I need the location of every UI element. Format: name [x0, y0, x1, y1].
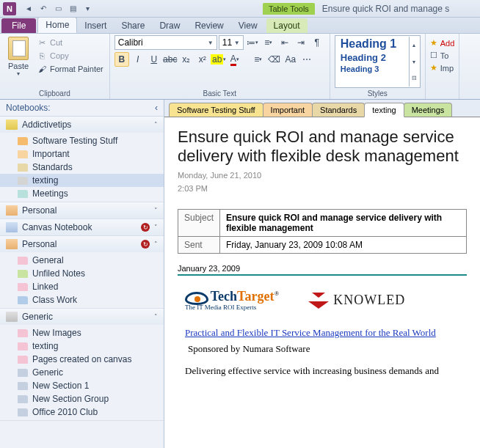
gallery-down-icon[interactable]: ▾ [410, 54, 419, 70]
paste-button[interactable]: Paste ▾ [4, 35, 32, 88]
indent-button[interactable]: ⇥ [294, 35, 308, 50]
section-item[interactable]: Class Work [0, 293, 164, 306]
underline-button[interactable]: U [147, 52, 161, 67]
tab-layout[interactable]: Layout [266, 18, 308, 33]
style-heading3[interactable]: Heading 3 [336, 64, 409, 74]
app-icon[interactable]: N [3, 2, 16, 15]
table-row: Sent Friday, January 23, 2009 10:08 AM [178, 236, 467, 253]
clear-formatting-button[interactable]: ⌫ [267, 52, 282, 67]
styles-apply-button[interactable]: Aa [283, 52, 298, 67]
qat-print-icon[interactable]: ▤ [66, 2, 79, 15]
section-tab[interactable]: texting [364, 103, 404, 117]
article-link[interactable]: Practical and Flexible IT Service Manage… [185, 327, 436, 338]
cut-button[interactable]: ✂Cut [35, 37, 105, 48]
gallery-more-icon[interactable]: ⊟ [410, 70, 419, 87]
page-title[interactable]: Ensure quick ROI and manage service deli… [178, 128, 467, 166]
section-name: Meetings [32, 188, 68, 199]
strikethrough-button[interactable]: abc [163, 52, 178, 67]
section-tab-icon [18, 150, 28, 158]
sponsor-line: Sponsored by Numara Software [188, 343, 459, 355]
more-formatting-button[interactable]: ⋯ [299, 52, 314, 67]
ribbon: Paste ▾ ✂Cut ⎘Copy 🖌Format Painter Clipb… [0, 34, 480, 100]
styles-gallery[interactable]: Heading 1 Heading 2 Heading 3 ▴ ▾ ⊟ [335, 35, 421, 88]
section-item[interactable]: Linked [0, 280, 164, 293]
section-item[interactable]: Software Testing Stuff [0, 134, 164, 147]
body-text: Delivering effective service with increa… [185, 365, 459, 378]
numbering-button[interactable]: ≡▾ [261, 35, 276, 50]
outdent-button[interactable]: ⇤ [277, 35, 292, 50]
section-item[interactable]: Unfiled Notes [0, 267, 164, 280]
gallery-up-icon[interactable]: ▴ [410, 37, 419, 54]
notebook-title: Personal [22, 239, 137, 249]
section-item[interactable]: General [0, 254, 164, 267]
notebook-header[interactable]: Personal˅ [0, 202, 164, 219]
italic-button[interactable]: I [131, 52, 145, 67]
notebook-header[interactable]: Personal↻˄ [0, 236, 164, 252]
section-item[interactable]: Meetings [0, 187, 164, 200]
notebook-header[interactable]: Canvas Notebook↻˅ [0, 219, 164, 235]
group-label-styles: Styles [335, 88, 421, 99]
font-color-button[interactable]: A▾ [228, 52, 242, 67]
tab-share[interactable]: Share [114, 18, 152, 33]
chevron-up-icon: ˄ [154, 240, 158, 248]
section-item[interactable]: Pages created on canvas [0, 353, 164, 366]
section-tab[interactable]: Important [263, 103, 313, 117]
copy-button[interactable]: ⎘Copy [35, 50, 105, 62]
section-item[interactable]: texting [0, 339, 164, 353]
collapse-panel-icon[interactable]: ‹ [155, 103, 158, 113]
section-tab[interactable]: Software Testing Stuff [169, 103, 263, 117]
bullets-button[interactable]: ≔▾ [245, 35, 260, 50]
notebook-header[interactable]: Generic˄ [0, 309, 164, 325]
paragraph-spacing-button[interactable]: ¶ [310, 35, 324, 50]
table-row: Subject Ensure quick ROI and manage serv… [178, 209, 467, 236]
group-label-clipboard: Clipboard [4, 88, 105, 99]
section-item[interactable]: New Images [0, 326, 164, 339]
add-tag-button[interactable]: ★Add [429, 37, 457, 49]
tab-home[interactable]: Home [37, 17, 77, 33]
section-name: Unfiled Notes [32, 268, 85, 279]
qat-dock-icon[interactable]: ▭ [51, 2, 65, 15]
tab-insert[interactable]: Insert [77, 18, 114, 33]
todo-tag-button[interactable]: ☐To [429, 49, 457, 62]
section-item[interactable]: Standards [0, 161, 164, 174]
page-canvas[interactable]: Ensure quick ROI and manage service deli… [164, 117, 480, 448]
tab-view[interactable]: View [231, 18, 265, 33]
brush-icon: 🖌 [37, 64, 47, 74]
notebook-title: Generic [22, 312, 150, 322]
format-painter-button[interactable]: 🖌Format Painter [35, 63, 105, 75]
qat-more-icon[interactable]: ▾ [81, 2, 94, 15]
qat-undo-icon[interactable]: ↶ [37, 2, 50, 15]
section-item[interactable]: New Section Group [0, 392, 164, 405]
subject-value: Ensure quick ROI and manage service deli… [220, 209, 467, 236]
superscript-button[interactable]: x² [195, 52, 210, 67]
chevron-up-icon: ˄ [154, 313, 158, 320]
tab-review[interactable]: Review [187, 18, 230, 33]
chevron-down-icon: ˅ [154, 224, 158, 231]
tab-draw[interactable]: Draw [152, 18, 187, 33]
chevron-down-icon: ˅ [154, 207, 158, 214]
section-item[interactable]: New Section 1 [0, 379, 164, 392]
bold-button[interactable]: B [114, 52, 129, 67]
section-item[interactable]: Important [0, 147, 164, 161]
section-item[interactable]: texting [0, 174, 164, 187]
notebooks-header[interactable]: Notebooks: ‹ [0, 100, 164, 117]
section-item[interactable]: Office 2010 Club [0, 405, 164, 419]
section-item[interactable]: Generic [0, 366, 164, 379]
notebook-header[interactable]: Addictivetips˄ [0, 117, 164, 133]
font-name-combo[interactable]: Calibri▼ [114, 35, 217, 50]
qat-back-icon[interactable]: ◄ [22, 2, 35, 15]
section-name: Office 2010 Club [32, 407, 98, 417]
style-heading2[interactable]: Heading 2 [336, 51, 409, 64]
subscript-button[interactable]: x₂ [179, 52, 194, 67]
style-heading1[interactable]: Heading 1 [336, 37, 409, 51]
highlight-button[interactable]: ab▾ [211, 52, 226, 67]
file-tab[interactable]: File [1, 18, 36, 33]
section-tab[interactable]: Standards [312, 103, 365, 117]
align-group-button[interactable]: ≡▾ [251, 52, 266, 67]
section-name: Pages created on canvas [32, 354, 131, 364]
knowledge-text: KNOWLED [333, 293, 405, 308]
section-tab-icon [18, 382, 28, 390]
section-tab[interactable]: Meetings [404, 103, 453, 117]
font-size-combo[interactable]: 11▼ [219, 35, 244, 50]
important-tag-button[interactable]: ★Imp [429, 62, 457, 74]
